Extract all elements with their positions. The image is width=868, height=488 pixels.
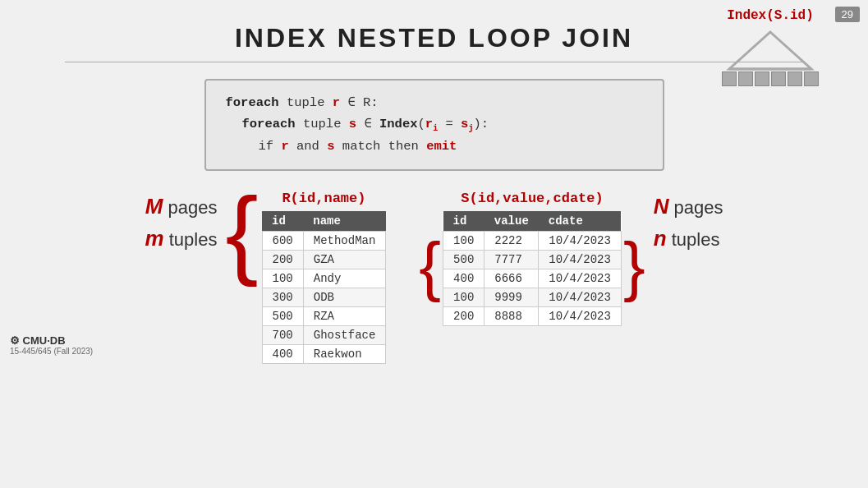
code-paren-close: ):: [473, 117, 489, 131]
code-r-ref: r: [281, 139, 288, 154]
index-blocks: [722, 71, 819, 86]
s-table-section: S(id,value,cdate) { id value cdate 10022…: [419, 191, 645, 326]
tuples-label-left: tuples: [169, 229, 218, 250]
table-row: 200GZA: [262, 250, 386, 269]
N-label: N: [654, 194, 669, 219]
code-tuple-2: tuple: [303, 117, 349, 131]
index-block-4: [771, 71, 786, 86]
r-col-name: name: [303, 211, 386, 232]
code-foreach-2: foreach: [242, 117, 296, 131]
index-block-1: [722, 71, 737, 86]
slide-number: 29: [835, 7, 860, 22]
code-sj: s: [461, 117, 468, 131]
table-row: 700Ghostface: [262, 325, 386, 344]
table-row: 100999910/4/2023: [443, 288, 622, 306]
index-visual: [722, 28, 819, 86]
index-label: Index(S.id): [727, 8, 814, 23]
r-col-id: id: [262, 211, 303, 232]
index-block-5: [788, 71, 802, 86]
index-block-3: [755, 71, 769, 86]
code-eq: =: [438, 117, 461, 131]
n-label: n: [654, 226, 667, 251]
r-table-section: R(id,name) id name 600MethodMan200GZA100…: [262, 191, 387, 364]
code-block: foreach tuple r ∈ R: foreach tuple s ∈ I…: [204, 79, 664, 171]
code-in-R: ∈ R:: [347, 95, 378, 110]
pages-label-left: pages: [168, 197, 217, 218]
s-col-cdate: cdate: [539, 211, 622, 232]
table-row: 400Raekwon: [262, 344, 386, 363]
code-ri: r: [425, 117, 433, 131]
table-row: 300ODB: [262, 288, 386, 306]
r-table-label: R(id,name): [282, 191, 365, 206]
code-var-r: r: [333, 95, 340, 110]
left-bracket: {: [225, 182, 258, 281]
s-table-label: S(id,value,cdate): [461, 191, 603, 206]
course-text: 15-445/645 (Fall 2023): [10, 347, 93, 356]
s-bracket-right: }: [623, 233, 645, 299]
code-match-then: match then: [335, 139, 427, 154]
table-row: 400666610/4/2023: [443, 269, 622, 288]
svg-marker-0: [729, 32, 811, 69]
main-content: M pages m tuples { R(id,name) id name 60…: [0, 191, 868, 364]
code-line-2: foreach tuple s ∈ Index(ri = sj):: [226, 113, 643, 136]
code-tuple-1: tuple: [287, 95, 333, 110]
code-s-ref: s: [327, 139, 334, 154]
index-graphic: Index(S.id): [722, 8, 819, 86]
tuples-label-right: tuples: [672, 229, 720, 250]
code-foreach-1: foreach: [226, 95, 279, 110]
logo-name: ⚙ CMU·DB: [10, 334, 93, 347]
code-line-3: if r and s match then emit: [226, 136, 643, 157]
index-triangle-svg: [725, 28, 815, 73]
m-pages-label: M pages m tuples: [145, 191, 217, 255]
table-row: 500777710/4/2023: [443, 250, 622, 269]
r-table: id name 600MethodMan200GZA100Andy300ODB5…: [262, 211, 387, 364]
table-row: 500RZA: [262, 306, 386, 325]
code-in-index: ∈: [364, 117, 379, 131]
s-col-value: value: [485, 211, 539, 232]
code-index-fn: Index: [379, 117, 418, 131]
table-row: 600MethodMan: [262, 231, 386, 250]
m-label: m: [145, 226, 163, 251]
index-block-6: [804, 71, 819, 86]
n-pages-label: N pages n tuples: [654, 191, 723, 255]
code-if: if: [259, 139, 282, 154]
s-bracket-left: {: [419, 233, 441, 299]
code-paren-open: (: [418, 117, 425, 131]
table-row: 200888810/4/2023: [443, 306, 622, 325]
title-divider: [65, 62, 802, 62]
index-block-2: [738, 71, 753, 86]
code-and: and: [289, 139, 328, 154]
M-label: M: [145, 194, 163, 219]
s-table: id value cdate 100222210/4/2023500777710…: [443, 211, 622, 326]
code-var-s: s: [349, 117, 356, 131]
s-col-id: id: [443, 211, 485, 232]
table-row: 100222210/4/2023: [443, 231, 622, 250]
table-row: 100Andy: [262, 269, 386, 288]
pages-label-right: pages: [674, 197, 723, 218]
code-emit: emit: [426, 139, 457, 154]
cmu-logo: ⚙ CMU·DB 15-445/645 (Fall 2023): [10, 334, 93, 356]
code-line-1: foreach tuple r ∈ R:: [226, 92, 643, 113]
